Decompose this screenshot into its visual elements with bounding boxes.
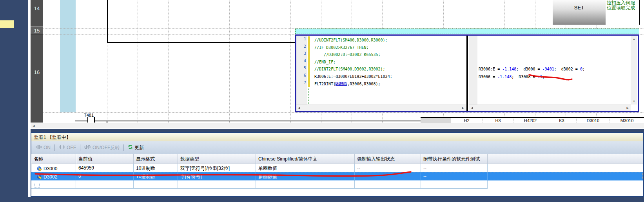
ladder-wire-vertical bbox=[107, 0, 108, 43]
force-state-cell: -- bbox=[355, 164, 421, 172]
column-header-comment[interactable]: Chinese Simplified/简体中文 bbox=[256, 154, 355, 164]
watch-window: 监看1 【监看中】 ON OFF ON/OFF反转 更新 名称 bbox=[31, 132, 644, 197]
monitor-value-line: R3006:E = -1.148; d3000 = -9401; d3002 =… bbox=[479, 67, 585, 71]
monitor-panel-gutter bbox=[469, 36, 477, 105]
grid-line bbox=[168, 0, 169, 123]
monitor-vertical-scrollbar[interactable]: ▲ ▼ bbox=[631, 36, 637, 105]
code-segment: ,R3006,R3008); bbox=[347, 82, 380, 86]
watch-row-d3002-selected[interactable]: D3002 0 10进制数 字[有符号] 多圈数值 -- -- bbox=[31, 172, 643, 180]
refresh-icon bbox=[128, 144, 133, 151]
panel-splitter[interactable] bbox=[466, 36, 468, 111]
code-line: R3006:E:=d3000/E8192+d3002*E1024; bbox=[314, 73, 463, 81]
data-type-cell[interactable]: 字[有符号] bbox=[178, 172, 256, 180]
data-type-cell bbox=[178, 180, 256, 189]
scroll-right-icon[interactable]: ▶ bbox=[462, 106, 464, 110]
code-line: //END_IF; bbox=[314, 59, 463, 66]
ladder-wire bbox=[95, 121, 421, 121]
device-name-cell[interactable] bbox=[31, 180, 76, 189]
line-number: 7 bbox=[296, 79, 307, 87]
column-header-type[interactable]: 数据类型 bbox=[178, 154, 256, 164]
column-header-value[interactable]: 当前值 bbox=[76, 154, 134, 164]
contact-bar-left bbox=[87, 117, 88, 123]
on-label: ON bbox=[44, 145, 51, 150]
scroll-right-icon[interactable]: ▶ bbox=[627, 106, 629, 110]
st-popup-titlebar[interactable] bbox=[295, 29, 639, 34]
sidebar-note bbox=[0, 20, 14, 28]
device-name: D3002 bbox=[44, 174, 57, 180]
contact-off-icon bbox=[59, 145, 65, 150]
on-button[interactable]: ON bbox=[34, 144, 52, 151]
cursor-column-highlight bbox=[60, 0, 76, 112]
rung-number-gutter bbox=[31, 0, 43, 123]
watch-table-header: 名称 当前值 显示格式 数据类型 Chinese Simplified/简体中文… bbox=[31, 154, 643, 164]
contact-toggle-icon bbox=[84, 145, 91, 150]
code-segment: FLT2DINT( bbox=[314, 82, 336, 86]
code-horizontal-scrollbar[interactable]: ◀ ▶ bbox=[296, 105, 466, 111]
monitor-value-line: R3006 = -1.148; R3008 = -1; bbox=[479, 75, 545, 79]
comment-cell: 单圈数值 bbox=[256, 164, 355, 172]
ladder-wire bbox=[75, 121, 87, 121]
scroll-left-icon[interactable]: ◀ bbox=[33, 124, 34, 128]
contact-on-icon bbox=[36, 145, 42, 150]
code-line: //IF D3002>K32767 THEN; bbox=[314, 44, 463, 52]
display-format-cell[interactable]: 10进制数 bbox=[134, 164, 178, 172]
monitor-value: -1.148 bbox=[502, 67, 516, 71]
ladder-wire-horizontal bbox=[107, 42, 296, 43]
device-test-cell: -- bbox=[421, 164, 488, 172]
line-number: 5 bbox=[296, 65, 307, 72]
monitor-value: -1.148 bbox=[497, 75, 512, 79]
device-test-cell: -- bbox=[421, 172, 488, 180]
rung-number-15: 15 bbox=[31, 28, 43, 34]
scroll-down-icon[interactable]: ▼ bbox=[633, 99, 635, 103]
current-value-cell[interactable]: 645959 bbox=[76, 164, 134, 172]
off-label: OFF bbox=[67, 145, 76, 150]
selected-token: SM400 bbox=[336, 82, 347, 86]
watch-row-d3000[interactable]: D3000 645959 10进制数 双字[无符号]/位串[32位] 单圈数值 … bbox=[31, 164, 643, 172]
edited-lines-marker bbox=[308, 36, 310, 87]
on-off-toggle-button[interactable]: ON/OFF反转 bbox=[83, 144, 121, 152]
device-comment-line2: 位置读取完成 bbox=[607, 5, 635, 11]
gx-works-window: 14 15 16 SET 拉扣压入伺服 位置读取完成 T481 H2 H3 H4… bbox=[0, 0, 644, 202]
watch-title: 监看1 【监看中】 bbox=[31, 133, 643, 141]
watch-row-empty[interactable] bbox=[31, 180, 643, 189]
change-bar-track bbox=[308, 88, 309, 104]
device-name: D3000 bbox=[44, 166, 57, 171]
device-test-cell bbox=[421, 180, 488, 189]
data-type-cell[interactable]: 双字[无符号]/位串[32位] bbox=[178, 164, 256, 172]
scroll-left-icon[interactable]: ◀ bbox=[298, 106, 300, 110]
rung-number-14: 14 bbox=[31, 5, 43, 11]
grid-line bbox=[199, 0, 199, 123]
editor-horizontal-scrollbar[interactable]: ◀ bbox=[31, 123, 644, 128]
monitor-text: ; d3002 = bbox=[554, 67, 580, 71]
column-header-format[interactable]: 显示格式 bbox=[134, 154, 178, 164]
monitor-text: ; R3008 = bbox=[512, 75, 537, 79]
monitor-horizontal-scrollbar[interactable]: ◀ ▶ bbox=[469, 105, 631, 111]
empty-cell-cursor bbox=[34, 183, 40, 188]
toolbar-separator bbox=[54, 144, 55, 151]
right-power-rail bbox=[639, 0, 640, 25]
current-value-cell[interactable]: 0 bbox=[76, 172, 134, 180]
comment-cell: 多圈数值 bbox=[256, 172, 355, 180]
display-format-cell[interactable]: 10进制数 bbox=[134, 172, 178, 180]
column-header-force[interactable]: 强制输入输出状态 bbox=[355, 154, 421, 164]
grid-line bbox=[290, 0, 291, 123]
force-state-cell bbox=[355, 180, 421, 189]
st-code-area[interactable]: //UDINT2FLT(SM400,D3000,R3000); //IF D30… bbox=[314, 37, 463, 88]
scroll-left-icon[interactable]: ◀ bbox=[471, 106, 473, 110]
code-line: //UDINT2FLT(SM400,D3000,R3000); bbox=[314, 37, 463, 44]
column-header-test[interactable]: 附带执行条件的软元件测试 bbox=[421, 154, 488, 164]
device-name-cell: D3000 bbox=[31, 164, 76, 172]
code-line: //DINT2FLT(SM400,D3002,R3002); bbox=[314, 66, 463, 73]
off-button[interactable]: OFF bbox=[57, 144, 78, 151]
grid-line bbox=[229, 0, 230, 123]
monitor-text: R3006:E = bbox=[479, 67, 502, 71]
device-icon bbox=[37, 174, 42, 179]
comment-cell bbox=[256, 180, 355, 189]
set-instruction-block[interactable]: SET bbox=[553, 0, 606, 25]
refresh-button[interactable]: 更新 bbox=[126, 144, 145, 152]
column-header-name[interactable]: 名称 bbox=[31, 154, 76, 164]
monitor-text: ; bbox=[542, 75, 545, 79]
scroll-up-icon[interactable]: ▲ bbox=[633, 37, 635, 41]
force-state-cell: -- bbox=[355, 172, 421, 180]
grid-line bbox=[260, 0, 260, 123]
